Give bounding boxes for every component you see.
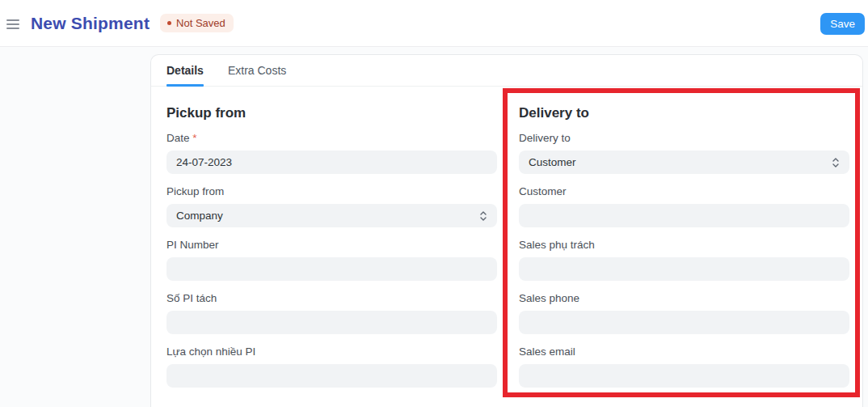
pickup-from-heading: Pickup from: [166, 105, 497, 121]
app-header: New Shipment Not Saved Save: [0, 0, 868, 47]
sales-phone-input[interactable]: [519, 311, 849, 334]
delivery-to-label: Delivery to: [519, 133, 849, 144]
pickup-from-select-value: Company: [176, 210, 223, 222]
pickup-from-select[interactable]: Company: [166, 204, 497, 227]
sales-phu-trach-input[interactable]: [519, 257, 849, 281]
status-dot-icon: [167, 21, 171, 25]
status-badge-label: Not Saved: [176, 17, 225, 29]
up-down-chevron-icon: [479, 210, 487, 222]
sales-email-input[interactable]: [519, 364, 849, 388]
delivery-to-section: Delivery to Delivery to Customer Custome…: [519, 95, 849, 400]
sales-phu-trach-label: Sales phụ trách: [519, 240, 849, 251]
field-date: Date *: [166, 133, 497, 174]
pi-number-label: PI Number: [166, 240, 497, 251]
lua-chon-nhieu-pi-input[interactable]: [166, 364, 497, 388]
status-badge: Not Saved: [160, 14, 234, 32]
lua-chon-nhieu-pi-label: Lựa chọn nhiều PI: [166, 346, 497, 358]
so-pi-tach-label: Số PI tách: [166, 293, 497, 304]
tab-details[interactable]: Details: [166, 55, 204, 86]
sales-phone-label: Sales phone: [519, 293, 849, 304]
field-sales-phu-trach: Sales phụ trách: [519, 240, 849, 281]
shipment-form-card: Details Extra Costs Pickup from Date * P…: [150, 54, 863, 407]
delivery-to-select-value: Customer: [529, 156, 576, 168]
field-sales-email: Sales email: [519, 346, 849, 388]
field-customer: Customer: [519, 186, 849, 227]
field-delivery-to: Delivery to Customer: [519, 133, 849, 174]
field-pi-number: PI Number: [166, 240, 497, 281]
field-sales-phone: Sales phone: [519, 293, 849, 334]
so-pi-tach-input[interactable]: [166, 311, 497, 334]
page-title: New Shipment: [31, 14, 150, 33]
field-pickup-from: Pickup from Company: [166, 186, 497, 227]
required-asterisk: *: [192, 132, 196, 144]
save-button[interactable]: Save: [820, 13, 865, 35]
customer-input[interactable]: [519, 204, 849, 227]
pickup-from-section: Pickup from Date * Pickup from Company P…: [166, 95, 497, 400]
delivery-to-heading: Delivery to: [519, 105, 849, 121]
field-lua-chon-nhieu-pi: Lựa chọn nhiều PI: [166, 346, 497, 388]
date-label: Date *: [166, 133, 497, 144]
tab-extra-costs[interactable]: Extra Costs: [228, 55, 286, 86]
customer-label: Customer: [519, 186, 849, 197]
date-input[interactable]: [166, 151, 497, 174]
hamburger-menu-icon[interactable]: [6, 19, 19, 29]
pi-number-input[interactable]: [166, 257, 497, 281]
tab-bar: Details Extra Costs: [151, 55, 862, 87]
pickup-from-label: Pickup from: [166, 186, 497, 197]
up-down-chevron-icon: [832, 157, 840, 168]
shipment-form: Pickup from Date * Pickup from Company P…: [151, 87, 862, 400]
delivery-to-select[interactable]: Customer: [519, 151, 849, 174]
sales-email-label: Sales email: [519, 346, 849, 358]
field-so-pi-tach: Số PI tách: [166, 293, 497, 334]
